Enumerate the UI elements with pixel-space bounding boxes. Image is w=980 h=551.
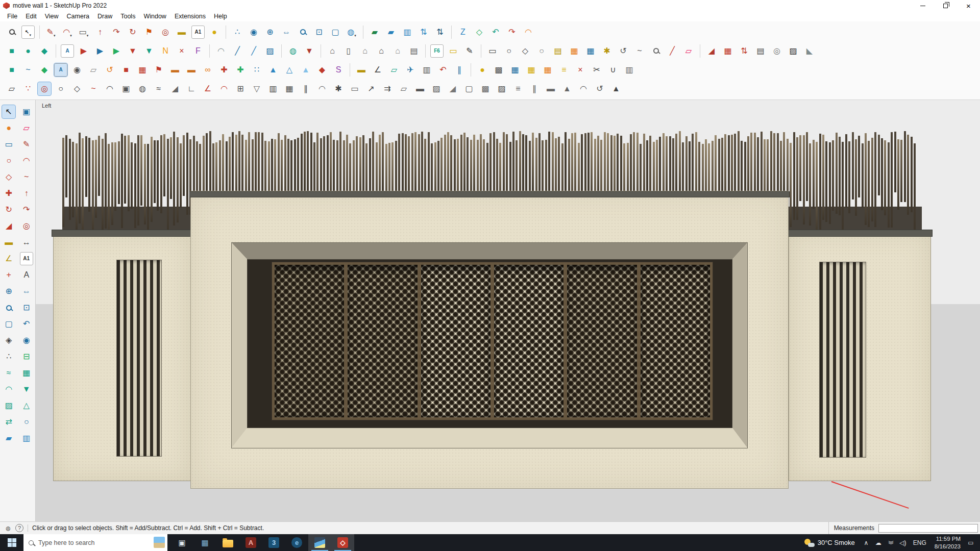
- look-around-icon[interactable]: ◉: [20, 334, 33, 347]
- edge-app-icon[interactable]: e: [285, 534, 308, 551]
- ramp-icon[interactable]: ◢: [168, 82, 182, 95]
- window-grid-icon[interactable]: ⊞: [234, 82, 247, 95]
- terrain-icon[interactable]: ▨: [495, 82, 508, 95]
- look-around-icon[interactable]: ◉: [247, 26, 260, 39]
- grid-red-icon[interactable]: ▦: [136, 63, 149, 77]
- triangle-up-icon[interactable]: ▲: [609, 82, 623, 95]
- prism-light-icon[interactable]: ▲: [299, 63, 312, 77]
- house-icon[interactable]: ⌂: [326, 44, 339, 58]
- zoom-tool-icon[interactable]: [5, 26, 18, 39]
- mountain-icon[interactable]: ▲: [560, 82, 574, 95]
- star-icon[interactable]: ✱: [600, 44, 614, 58]
- spiral-icon[interactable]: ↺: [617, 44, 630, 58]
- rails-icon[interactable]: ∥: [453, 63, 466, 77]
- lattice-panel[interactable]: [494, 265, 564, 417]
- fredo6-tools-icon[interactable]: F6: [430, 44, 444, 58]
- arrow-down-red-icon[interactable]: ▼: [126, 44, 139, 58]
- arc-gray-icon[interactable]: ◠: [214, 44, 228, 58]
- box-solid-icon[interactable]: ■: [5, 44, 18, 58]
- magnifier-gray-icon[interactable]: [649, 44, 663, 58]
- plane-pink-icon[interactable]: ▱: [682, 44, 695, 58]
- geolocation-icon[interactable]: ◍: [4, 524, 12, 532]
- cabinet-icon[interactable]: ▤: [407, 44, 421, 58]
- arrow-red-icon[interactable]: ▶: [77, 44, 90, 58]
- pan-icon[interactable]: ⇔: [20, 285, 33, 298]
- walk-icon[interactable]: ∴: [231, 26, 244, 39]
- move-icon[interactable]: ✚: [2, 187, 15, 200]
- tape-measure-icon[interactable]: ▬: [175, 26, 188, 39]
- frame-outline-icon[interactable]: ▢: [462, 82, 476, 95]
- drape-icon[interactable]: ▨: [2, 399, 15, 412]
- hatch-diag-icon[interactable]: ▨: [430, 82, 443, 95]
- soap-skin-icon[interactable]: ○: [20, 415, 33, 429]
- line-icon[interactable]: ✎: [20, 138, 33, 151]
- slope-line-icon[interactable]: ╱: [231, 44, 244, 58]
- zoom-icon[interactable]: [2, 301, 15, 314]
- polygon-icon[interactable]: ◇: [2, 170, 15, 184]
- dots-red-icon[interactable]: ∵: [21, 82, 35, 95]
- corner-icon[interactable]: ∟: [185, 82, 198, 95]
- taskbar-search[interactable]: Type here to search: [23, 534, 167, 551]
- right-wall-wing[interactable]: [789, 230, 931, 481]
- hidden-icons-chevron[interactable]: ∧: [860, 539, 872, 546]
- select-tool-icon[interactable]: ↖▾: [21, 26, 35, 39]
- column-chart-icon[interactable]: ▥: [266, 82, 280, 95]
- scale-icon[interactable]: ◢: [2, 219, 15, 233]
- plane-outline-icon[interactable]: ▱: [5, 82, 18, 95]
- lattice-panel[interactable]: [421, 265, 491, 417]
- pan-icon[interactable]: ⇔: [280, 26, 293, 39]
- arrow-down-teal-icon[interactable]: ▼: [142, 44, 156, 58]
- layers-icon[interactable]: ▤: [754, 44, 767, 58]
- move-up-layer-icon[interactable]: ⇅: [417, 26, 430, 39]
- plane-teal-icon[interactable]: ▱: [387, 63, 401, 77]
- paint-bucket-icon[interactable]: ●: [208, 26, 221, 39]
- stamp-down-icon[interactable]: ▼: [303, 44, 316, 58]
- lattice-panel[interactable]: [348, 265, 417, 417]
- section-plane-icon[interactable]: ▰: [368, 26, 381, 39]
- house-add-icon[interactable]: ⌂: [358, 44, 372, 58]
- follow-me-icon[interactable]: ↷: [110, 26, 123, 39]
- scissors-icon[interactable]: ✂: [590, 63, 603, 77]
- roof-slope-icon[interactable]: ◢: [705, 44, 718, 58]
- menu-view[interactable]: View: [41, 12, 63, 21]
- smoove-icon[interactable]: ◠: [2, 383, 15, 396]
- ellipse-draw-icon[interactable]: ○: [502, 44, 516, 58]
- weather-widget[interactable]: 30°C Smoke: [799, 538, 860, 547]
- graph-line-icon[interactable]: ╱: [247, 44, 260, 58]
- shape-tool-icon[interactable]: ▭▾: [77, 26, 90, 39]
- lattice-panel[interactable]: [567, 265, 636, 417]
- asterisk-icon[interactable]: ✱: [332, 82, 345, 95]
- paint-bucket-icon[interactable]: ●: [2, 121, 15, 135]
- task-view-button[interactable]: ▣: [170, 534, 193, 551]
- 3d-text-icon[interactable]: A: [20, 268, 33, 282]
- autodesk-app-icon[interactable]: A: [239, 534, 262, 551]
- plus-red-icon[interactable]: ✚: [217, 63, 231, 77]
- sandbox-scratch-icon[interactable]: ▦: [20, 366, 33, 380]
- menu-extensions[interactable]: Extensions: [170, 12, 210, 21]
- rectangle-draw-icon[interactable]: ▭: [486, 44, 499, 58]
- arc-icon[interactable]: ◠: [20, 154, 33, 167]
- grid-blue-icon[interactable]: ▦: [584, 44, 597, 58]
- walk-icon[interactable]: ∴: [2, 350, 15, 363]
- hatch-dark-icon[interactable]: ▨: [787, 44, 800, 58]
- fence-bars-icon[interactable]: ∥: [299, 82, 312, 95]
- angle-icon[interactable]: ∠: [371, 63, 384, 77]
- zoom-icon[interactable]: [296, 26, 309, 39]
- rows-icon[interactable]: ≡: [511, 82, 525, 95]
- box3d-icon[interactable]: ▣: [119, 82, 133, 95]
- plus-green-icon[interactable]: ✚: [234, 63, 247, 77]
- offset-icon[interactable]: ◎: [20, 219, 33, 233]
- arrows-right-icon[interactable]: ⇉: [381, 82, 394, 95]
- move-down-layer-icon[interactable]: ⇅: [433, 26, 447, 39]
- cylinder-solid-icon[interactable]: ●: [21, 44, 35, 58]
- minimize-button[interactable]: [911, 0, 934, 11]
- octagon-red-icon[interactable]: ◎: [38, 82, 51, 95]
- ruler-gold-icon[interactable]: ▬: [355, 63, 368, 77]
- right-slat-panel[interactable]: [819, 262, 866, 458]
- undo-arrow-icon[interactable]: ↶: [489, 26, 502, 39]
- line-tool-icon[interactable]: ✎▾: [44, 26, 58, 39]
- arch-red-icon[interactable]: ◠: [217, 82, 231, 95]
- zoom-extents-icon[interactable]: ▢: [329, 26, 342, 39]
- model-viewport[interactable]: Left: [36, 100, 980, 521]
- gem-red-icon[interactable]: ◆: [315, 63, 329, 77]
